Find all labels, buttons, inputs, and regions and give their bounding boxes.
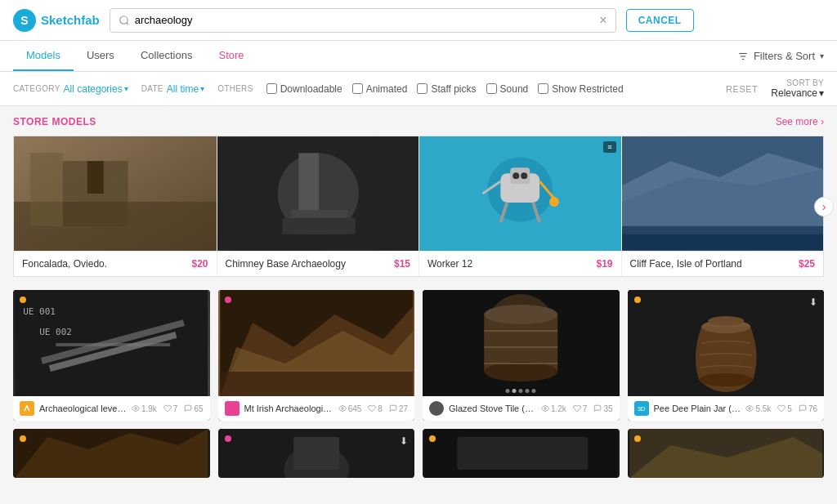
model-3-name: Glazed Stove Tile (Puck, ... [449, 404, 536, 413]
store-wrapper: Foncalada, Oviedo. $20 Chimney Base [13, 136, 824, 277]
sound-checkbox[interactable]: Sound [486, 83, 529, 95]
category-value: All categories [64, 83, 123, 95]
model-card-3[interactable]: Glazed Stove Tile (Puck, ... 1.2k 7 3 [423, 290, 620, 421]
carousel-next-arrow[interactable]: › [814, 197, 834, 216]
store-section-header: STORE MODELS See more › [13, 116, 824, 127]
see-more-button[interactable]: See more › [776, 116, 824, 127]
tab-collections[interactable]: Collections [128, 41, 206, 71]
model-1-likes: 7 [163, 404, 178, 413]
svg-point-59 [749, 408, 751, 410]
model-3-svg [423, 290, 620, 396]
svg-rect-10 [30, 153, 63, 226]
checkbox-group: Downloadable Animated Staff picks Sound … [266, 83, 713, 95]
restricted-checkbox[interactable]: Show Restricted [538, 83, 623, 95]
cancel-button[interactable]: CANCEL [626, 9, 694, 32]
reset-button[interactable]: RESET [726, 84, 758, 94]
tab-users[interactable]: Users [74, 41, 128, 71]
logo-text: Sketchfab [41, 13, 100, 27]
bottom-card-1[interactable] [13, 429, 210, 478]
filters-sort-chevron: ▾ [820, 51, 824, 60]
store-section-title: STORE MODELS [13, 116, 96, 127]
date-value: All time [167, 83, 199, 95]
downloadable-checkbox[interactable]: Downloadable [266, 83, 342, 95]
model-card-4[interactable]: ⬇ [628, 290, 825, 421]
model-2-views: 645 [338, 404, 362, 413]
model-2-likes: 8 [368, 404, 383, 413]
svg-rect-31 [622, 234, 824, 251]
downloadable-label: Downloadable [280, 83, 342, 95]
tab-store[interactable]: Store [205, 41, 257, 71]
svg-point-49 [484, 362, 557, 381]
store-card-4-price: $25 [799, 258, 815, 270]
store-card-1-price: $20 [191, 258, 208, 270]
date-dropdown[interactable]: All time ▾ [167, 83, 204, 95]
model-3-image [423, 290, 620, 396]
search-icon [119, 15, 130, 26]
model-card-2[interactable]: Mt Irish Archaeological Di... 645 8 2 [218, 290, 415, 421]
filters-sort-button[interactable]: Filters & Sort ▾ [737, 50, 824, 62]
store-card-4[interactable]: Cliff Face, Isle of Portland $25 [621, 136, 824, 276]
model-4-views: 5.5k [745, 404, 771, 413]
animated-input[interactable] [352, 83, 363, 94]
nav-tabs: Models Users Collections Store Filters &… [0, 41, 837, 72]
filters-sort-label: Filters & Sort [754, 50, 815, 62]
store-grid: Foncalada, Oviedo. $20 Chimney Base [13, 136, 824, 277]
search-clear-icon[interactable]: × [599, 13, 606, 28]
staff-picks-checkbox[interactable]: Staff picks [417, 83, 476, 95]
tab-models[interactable]: Models [13, 41, 74, 71]
model-3-avatar [429, 401, 444, 416]
model-grid-section: UE 001 UE 002 Archaeological levels rec.… [13, 290, 824, 421]
model-1-footer: Archaeological levels rec... 1.9k 7 6 [13, 396, 210, 421]
search-input[interactable] [135, 14, 600, 26]
header: S Sketchfab × CANCEL [0, 0, 837, 41]
bottom-card-2[interactable]: ⬇ [218, 429, 415, 478]
svg-point-53 [544, 408, 547, 410]
svg-line-1 [126, 22, 128, 25]
main-content: STORE MODELS See more › [0, 106, 837, 504]
store-image-svg-1 [14, 136, 217, 251]
bottom-1-dot [20, 435, 26, 442]
animated-checkbox[interactable]: Animated [352, 83, 408, 95]
model-card-1[interactable]: UE 001 UE 002 Archaeological levels rec.… [13, 290, 210, 421]
store-image-svg-4 [622, 136, 824, 251]
restricted-input[interactable] [538, 83, 548, 94]
svg-point-44 [341, 408, 343, 410]
svg-point-48 [484, 305, 557, 324]
svg-rect-37 [56, 343, 170, 346]
sort-chevron: ▾ [819, 87, 824, 99]
sound-label: Sound [500, 83, 529, 95]
svg-text:UE 002: UE 002 [39, 327, 72, 337]
svg-text:UE 001: UE 001 [23, 306, 56, 317]
downloadable-input[interactable] [266, 83, 277, 94]
store-image-svg-3 [419, 136, 621, 251]
store-card-2[interactable]: Chimney Base Archaeology $15 [217, 136, 419, 276]
date-label: DATE [141, 84, 163, 93]
store-card-1[interactable]: Foncalada, Oviedo. $20 [14, 136, 217, 276]
store-card-2-title: Chimney Base Archaeology [226, 258, 346, 270]
bottom-card-3[interactable] [423, 429, 620, 478]
svg-point-21 [521, 172, 527, 179]
sound-input[interactable] [486, 83, 497, 94]
svg-point-20 [512, 172, 519, 179]
svg-point-39 [135, 408, 137, 410]
model-3-comments: 35 [593, 404, 612, 413]
svg-rect-15 [282, 218, 355, 234]
model-3-likes: 7 [573, 404, 588, 413]
bottom-card-4[interactable] [628, 429, 825, 478]
store-card-1-info: Foncalada, Oviedo. $20 [14, 251, 217, 276]
model-1-avatar-icon [21, 403, 33, 414]
model-grid: UE 001 UE 002 Archaeological levels rec.… [13, 290, 824, 421]
store-card-3[interactable]: ≡ Worker 12 $19 [418, 136, 621, 276]
sort-dropdown[interactable]: Relevance ▾ [771, 87, 824, 99]
like-icon [163, 404, 172, 413]
like-icon-3 [573, 404, 581, 413]
bottom-4-dot [634, 435, 641, 442]
category-dropdown[interactable]: All categories ▾ [64, 83, 128, 95]
logo[interactable]: S Sketchfab [13, 9, 100, 32]
svg-point-58 [708, 316, 744, 326]
model-1-image: UE 001 UE 002 [13, 290, 210, 396]
svg-rect-13 [298, 153, 319, 218]
like-icon-2 [368, 404, 376, 413]
staff-picks-input[interactable] [417, 83, 427, 94]
bottom-3-svg [423, 429, 620, 478]
